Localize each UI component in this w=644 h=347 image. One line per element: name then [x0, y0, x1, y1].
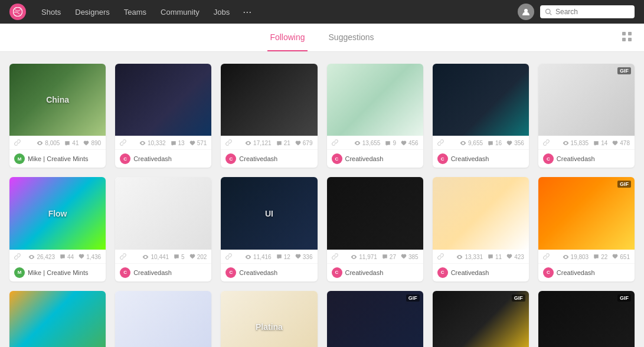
shot-author[interactable]: C Creativedash: [221, 150, 317, 168]
author-name: Creativedash: [451, 155, 489, 162]
tab-suggestions[interactable]: Suggestions: [326, 24, 377, 51]
shots-grid: China 8,005 41 890 M Mike | Creative Min…: [9, 64, 635, 347]
svg-point-0: [13, 7, 22, 16]
shot-author[interactable]: M Mike | Creative Mints: [9, 264, 106, 281]
shot-thumbnail[interactable]: UI: [221, 177, 317, 249]
shot-card[interactable]: 9,655 16 356 C Creativedash: [433, 64, 529, 168]
author-name: Mike | Creative Mints: [28, 269, 89, 276]
shot-author[interactable]: C Creativedash: [115, 150, 211, 168]
link-icon: [120, 253, 126, 261]
shot-card[interactable]: 10,332 13 571 C Creativedash: [115, 64, 211, 168]
shot-thumbnail[interactable]: GIF: [538, 64, 635, 136]
tabs-bar: Following Suggestions: [0, 24, 644, 52]
shot-author[interactable]: C Creativedash: [433, 150, 529, 168]
shot-card[interactable]: GIF 28,533 18 599 C Creativedash: [538, 291, 635, 347]
shot-thumbnail[interactable]: [9, 291, 106, 347]
gif-badge: GIF: [617, 181, 631, 188]
shot-author[interactable]: C Creativedash: [115, 264, 211, 281]
shot-thumbnail[interactable]: GIF: [327, 291, 423, 347]
shot-card[interactable]: China 8,005 41 890 M Mike | Creative Min…: [9, 64, 106, 168]
shot-card[interactable]: Flow 26,423 44 1,436 M Mike | Creative M…: [9, 177, 106, 281]
author-name: Creativedash: [557, 269, 595, 276]
shot-meta: 15,835 14 478: [538, 136, 635, 150]
shot-card[interactable]: 10,441 5 202 C Creativedash: [115, 177, 211, 281]
shot-thumbnail[interactable]: [433, 177, 529, 249]
author-avatar: C: [543, 267, 554, 278]
tabs-inner: Following Suggestions: [267, 24, 376, 51]
nav-shots[interactable]: Shots: [35, 5, 67, 19]
shot-views: 19,803: [563, 254, 589, 260]
shot-thumbnail[interactable]: [115, 64, 211, 136]
shot-views: 15,835: [563, 140, 589, 146]
shot-author[interactable]: C Creativedash: [327, 150, 423, 168]
shot-thumbnail[interactable]: [115, 291, 211, 347]
author-avatar: C: [120, 153, 130, 164]
nav-more-button[interactable]: ···: [238, 4, 256, 21]
shot-card[interactable]: 11,971 27 385 C Creativedash: [327, 177, 423, 281]
svg-rect-7: [628, 38, 632, 41]
search-icon: [545, 8, 552, 15]
shot-likes: 336: [295, 254, 313, 260]
author-name: Creativedash: [451, 269, 489, 276]
shot-card[interactable]: 20,104 23 814 M Mike | Creative Mints: [9, 291, 106, 347]
shot-card[interactable]: GIF 21,013 15 413 C Creativedash: [327, 291, 423, 347]
shot-card[interactable]: 17,337 13 585 C Creativedash: [115, 291, 211, 347]
shot-card[interactable]: GIF 23,995 6 447 C Creativedash: [433, 291, 529, 347]
nav-community[interactable]: Community: [155, 5, 205, 19]
user-avatar[interactable]: [518, 4, 534, 20]
search-input[interactable]: [555, 8, 630, 16]
shot-thumbnail[interactable]: Platina: [221, 291, 317, 347]
shot-thumbnail[interactable]: GIF: [538, 177, 635, 249]
author-avatar: C: [437, 153, 448, 164]
author-name: Creativedash: [345, 269, 384, 276]
shot-author[interactable]: C Creativedash: [327, 264, 423, 281]
shot-meta: 10,441 5 202: [115, 250, 211, 264]
shot-author[interactable]: C Creativedash: [538, 264, 635, 281]
grid-toggle-button[interactable]: [622, 31, 632, 44]
shot-thumbnail[interactable]: [221, 64, 317, 136]
link-icon: [543, 139, 550, 147]
shot-thumbnail[interactable]: [115, 177, 211, 249]
shot-card[interactable]: 13,655 9 456 C Creativedash: [327, 64, 423, 168]
shot-author[interactable]: C Creativedash: [433, 264, 529, 281]
shot-author[interactable]: M Mike | Creative Mints: [9, 150, 106, 168]
shot-author[interactable]: C Creativedash: [221, 264, 317, 281]
svg-rect-6: [622, 38, 626, 41]
shot-thumbnail[interactable]: [327, 64, 423, 136]
gif-badge: GIF: [512, 294, 525, 302]
shot-thumbnail[interactable]: [433, 64, 529, 136]
shot-card[interactable]: Platina 20,216 29 749 M Mike | Creative …: [221, 291, 317, 347]
shot-thumbnail[interactable]: GIF: [433, 291, 529, 347]
shot-card[interactable]: 17,121 21 679 C Creativedash: [221, 64, 317, 168]
shot-comments: 9: [385, 140, 396, 146]
nav-links: Shots Designers Teams Community Jobs ···: [35, 4, 518, 21]
dribbble-logo[interactable]: [9, 4, 26, 20]
shot-thumbnail[interactable]: GIF: [538, 291, 635, 347]
shot-views: 11,416: [245, 254, 272, 260]
author-avatar: M: [14, 153, 25, 164]
shot-meta: 17,121 21 679: [221, 136, 317, 150]
link-icon: [14, 253, 21, 261]
search-box[interactable]: [540, 5, 635, 18]
shot-views: 8,005: [37, 140, 60, 146]
nav-designers[interactable]: Designers: [69, 5, 116, 19]
shot-card[interactable]: 13,331 11 423 C Creativedash: [433, 177, 529, 281]
shot-thumbnail[interactable]: China: [9, 64, 106, 136]
shot-likes: 651: [612, 254, 630, 260]
shot-thumbnail[interactable]: Flow: [9, 177, 106, 249]
shot-thumbnail[interactable]: [327, 177, 423, 249]
shot-meta: 8,005 41 890: [9, 136, 106, 150]
nav-teams[interactable]: Teams: [118, 5, 152, 19]
nav-jobs[interactable]: Jobs: [208, 5, 236, 19]
shot-meta: 13,331 11 423: [433, 250, 529, 264]
shot-likes: 456: [401, 140, 419, 146]
tab-following[interactable]: Following: [267, 24, 307, 51]
shot-card[interactable]: GIF 15,835 14 478 C Creativedash: [538, 64, 635, 168]
shot-author[interactable]: C Creativedash: [538, 150, 635, 168]
shot-card[interactable]: GIF 19,803 22 651 C Creativedash: [538, 177, 635, 281]
shot-views: 13,331: [456, 254, 483, 260]
link-icon: [225, 253, 232, 261]
shot-card[interactable]: UI 11,416 12 336 C Creativedash: [221, 177, 317, 281]
shot-meta: 10,332 13 571: [115, 136, 211, 150]
svg-rect-4: [622, 32, 626, 35]
